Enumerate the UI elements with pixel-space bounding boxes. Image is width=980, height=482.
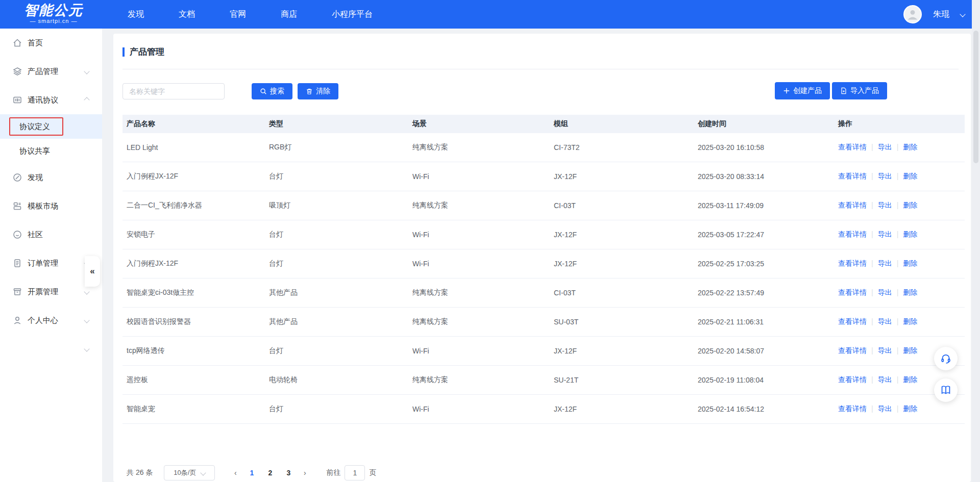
user-menu-chevron-down-icon[interactable] <box>960 11 965 17</box>
view-details-link[interactable]: 查看详情 <box>838 172 867 180</box>
type-cell: 台灯 <box>265 230 408 239</box>
delete-link[interactable]: 删除 <box>903 404 917 413</box>
export-link[interactable]: 导出 <box>878 230 892 238</box>
pagination-total: 共 26 条 <box>127 468 153 477</box>
table-row: 智能桌宠ci-03t做主控其他产品纯离线方案CI-03T2025-02-22 1… <box>122 278 965 308</box>
topnav-item-miniprogram-platform[interactable]: 小程序平台 <box>332 9 373 20</box>
export-link[interactable]: 导出 <box>878 346 892 354</box>
module-cell: JX-12F <box>550 231 694 239</box>
type-cell: RGB灯 <box>265 143 408 152</box>
export-link[interactable]: 导出 <box>878 317 892 325</box>
topnav-item-docs[interactable]: 文档 <box>179 9 195 20</box>
sidebar-item-template-market[interactable]: 模板市场 <box>0 192 102 220</box>
chevron-down-icon <box>84 317 89 323</box>
export-link[interactable]: 导出 <box>878 259 892 267</box>
sidebar-item-label: 个人中心 <box>28 316 58 325</box>
page-number-3[interactable]: 3 <box>281 469 296 477</box>
goto-page-input[interactable] <box>345 465 365 480</box>
view-details-link[interactable]: 查看详情 <box>838 317 867 325</box>
delete-link[interactable]: 删除 <box>903 346 917 354</box>
topnav-item-discover[interactable]: 发现 <box>128 9 144 20</box>
brand-logo[interactable]: 智能公元 — smartpi.cn — <box>20 3 87 24</box>
column-header-type: 类型 <box>265 119 408 129</box>
type-cell: 其他产品 <box>265 317 408 326</box>
delete-link[interactable]: 删除 <box>903 172 917 180</box>
view-details-link[interactable]: 查看详情 <box>838 288 867 296</box>
module-cell: SU-03T <box>550 318 694 326</box>
sidebar-item-label: 发现 <box>28 173 43 183</box>
delete-link[interactable]: 删除 <box>903 317 917 325</box>
view-details-link[interactable]: 查看详情 <box>838 230 867 238</box>
sidebar-item-personal-center[interactable]: 个人中心 <box>0 306 102 335</box>
table-row: 智能桌宠台灯Wi-FiJX-12F2025-02-14 16:54:12查看详情… <box>122 395 965 424</box>
action-separator: | <box>871 375 873 384</box>
delete-link[interactable]: 删除 <box>903 259 917 267</box>
view-details-link[interactable]: 查看详情 <box>838 259 867 267</box>
clear-button[interactable]: 清除 <box>298 83 338 99</box>
page-size-select[interactable]: 10条/页 <box>164 465 215 480</box>
product-name-cell: 智能桌宠ci-03t做主控 <box>122 288 265 297</box>
export-link[interactable]: 导出 <box>878 143 892 151</box>
invoice-icon <box>12 287 22 297</box>
actions-cell: 查看详情|导出|删除 <box>834 288 965 297</box>
sidebar-item-communication-protocol[interactable]: 通讯协议 <box>0 86 102 114</box>
page-number-1[interactable]: 1 <box>244 469 259 477</box>
sidebar-item-collapsed[interactable] <box>0 335 102 363</box>
view-details-link[interactable]: 查看详情 <box>838 375 867 384</box>
action-separator: | <box>897 288 899 296</box>
scene-cell: 纯离线方案 <box>408 201 550 210</box>
delete-link[interactable]: 删除 <box>903 288 917 296</box>
actions-cell: 查看详情|导出|删除 <box>834 201 965 210</box>
scrollbar-thumb[interactable] <box>973 31 978 163</box>
delete-link[interactable]: 删除 <box>903 201 917 209</box>
search-input[interactable] <box>122 83 225 99</box>
action-separator: | <box>871 404 873 413</box>
topnav-item-official-site[interactable]: 官网 <box>230 9 246 20</box>
sidebar-item-discover[interactable]: 发现 <box>0 163 102 192</box>
table-body: LED LightRGB灯纯离线方案CI-73T22025-03-20 16:1… <box>122 133 965 424</box>
table-row: 入门例程JX-12F台灯Wi-FiJX-12F2025-03-20 08:33:… <box>122 162 965 191</box>
user-name[interactable]: 朱琨 <box>933 9 949 20</box>
view-details-link[interactable]: 查看详情 <box>838 346 867 354</box>
brand-logo-text: 智能公元 <box>20 3 87 18</box>
goto-label: 前往 <box>326 468 340 477</box>
delete-link[interactable]: 删除 <box>903 230 917 238</box>
sidebar-subitem-protocol-share[interactable]: 协议共享 <box>0 139 102 163</box>
view-details-link[interactable]: 查看详情 <box>838 201 867 209</box>
docs-float-button[interactable] <box>934 378 958 402</box>
search-button[interactable]: 搜索 <box>252 83 292 99</box>
sidebar-item-community[interactable]: 社区 <box>0 220 102 249</box>
chevron-down-icon <box>84 289 89 294</box>
sidebar-item-label: 社区 <box>28 230 43 240</box>
export-link[interactable]: 导出 <box>878 404 892 413</box>
view-details-link[interactable]: 查看详情 <box>838 404 867 413</box>
sidebar-item-home[interactable]: 首页 <box>0 29 102 57</box>
export-link[interactable]: 导出 <box>878 288 892 296</box>
support-float-button[interactable] <box>934 347 958 370</box>
create-product-button[interactable]: 创建产品 <box>775 82 830 99</box>
template-market-icon <box>12 201 22 211</box>
import-product-button[interactable]: 导入产品 <box>832 82 887 99</box>
user-avatar-icon[interactable] <box>903 5 922 23</box>
delete-link[interactable]: 删除 <box>903 143 917 151</box>
export-link[interactable]: 导出 <box>878 172 892 180</box>
created-time-cell: 2025-03-11 17:49:09 <box>694 201 834 210</box>
sidebar-collapse-handle[interactable]: « <box>85 256 100 287</box>
delete-link[interactable]: 删除 <box>903 375 917 384</box>
user-area[interactable]: 朱琨 <box>903 0 965 29</box>
view-details-link[interactable]: 查看详情 <box>838 143 867 151</box>
discover-icon <box>12 172 22 183</box>
export-link[interactable]: 导出 <box>878 375 892 384</box>
sidebar-item-product-management[interactable]: 产品管理 <box>0 57 102 86</box>
sidebar-subitem-protocol-definition[interactable]: 协议定义 <box>0 114 102 139</box>
action-separator: | <box>871 201 873 209</box>
action-separator: | <box>871 259 873 267</box>
vertical-scrollbar[interactable] <box>972 0 980 482</box>
content-panel: 产品管理 搜索 清除 创建产品 导入产品 产品名称 类型 场景 模组 创建时间 … <box>113 34 971 482</box>
export-link[interactable]: 导出 <box>878 201 892 209</box>
prev-page-button[interactable]: ‹ <box>228 469 242 477</box>
next-page-button[interactable]: › <box>298 469 312 477</box>
page-number-2[interactable]: 2 <box>263 469 277 477</box>
topnav-item-store[interactable]: 商店 <box>281 9 297 20</box>
created-time-cell: 2025-02-21 11:06:31 <box>694 318 834 326</box>
